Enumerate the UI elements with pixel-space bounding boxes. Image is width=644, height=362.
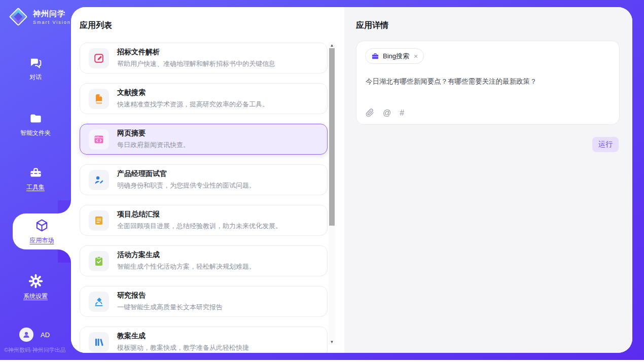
app-name: 网页摘要 xyxy=(117,129,190,138)
copyright-footer: ©神州数码·神州问学出品 xyxy=(4,346,66,354)
folder-icon xyxy=(29,112,43,125)
app-card-research-report[interactable]: 研究报告 一键智能生成高质量长文本研究报告 xyxy=(80,286,328,317)
sidebar-item-label: 系统设置 xyxy=(23,292,48,301)
app-name: 教案生成 xyxy=(117,332,249,341)
app-card-list: 招标文件解析 帮助用户快速、准确地理解和解析招标书中的关键信息 xyxy=(80,43,328,353)
briefcase-icon xyxy=(371,52,379,60)
app-description: 快速精准查找学术资源，提高研究效率的必备工具。 xyxy=(117,100,269,109)
interviewer-icon xyxy=(93,174,104,186)
app-list-scrollbar[interactable]: ▲ ▼ xyxy=(329,42,335,345)
sidebar-item-label: 工具集 xyxy=(26,183,45,192)
app-card-web-summary[interactable]: 网页摘要 每日政府新闻资讯快查。 xyxy=(80,124,328,155)
sidebar-item-label: 应用市场 xyxy=(30,236,54,245)
sidebar-item-smart-folders[interactable]: 智能文件夹 xyxy=(0,112,71,137)
app-card-bid-parsing[interactable]: 招标文件解析 帮助用户快速、准确地理解和解析招标书中的关键信息 xyxy=(80,43,328,74)
app-description: 智能生成个性化活动方案，轻松解决规划难题。 xyxy=(117,262,256,271)
active-bubble-fillet-top xyxy=(58,200,71,213)
app-detail-title: 应用详情 xyxy=(356,20,388,31)
app-description: 一键智能生成高质量长文本研究报告 xyxy=(117,303,223,312)
toolbox-icon xyxy=(29,166,43,179)
app-description: 帮助用户快速、准确地理解和解析招标书中的关键信息 xyxy=(117,59,275,68)
prompt-card: Bing搜索 × 今日湖北有哪些新闻要点？有哪些需要关注的最新政策？ @ # xyxy=(356,41,620,125)
memo-icon xyxy=(93,215,104,226)
app-name: 招标文件解析 xyxy=(117,48,275,57)
app-name: 产品经理面试官 xyxy=(117,169,256,178)
user-avatar-icon xyxy=(22,330,31,339)
query-input[interactable]: 今日湖北有哪些新闻要点？有哪些需要关注的最新政策？ xyxy=(366,77,609,87)
user-initials: AD xyxy=(41,331,50,339)
sidebar-item-toolset[interactable]: 工具集 xyxy=(0,166,71,192)
cube-icon xyxy=(34,218,49,233)
app-description: 全面回顾项目进展，总结经验教训，助力未来优化发展。 xyxy=(117,222,282,231)
chat-icon xyxy=(29,56,43,69)
app-window: 神州问学 Smart Vision 对话 智能文件夹 xyxy=(0,0,644,362)
app-name: 研究报告 xyxy=(117,291,223,300)
app-description: 明确身份和职责，为您提供专业性的面试问题。 xyxy=(117,181,256,190)
sidebar-item-label: 对话 xyxy=(29,73,42,82)
app-list-panel: 应用列表 招标文件解析 帮助用户快速、准确地理解和解析招标书中的关键信息 xyxy=(71,7,344,353)
sidebar-item-label: 智能文件夹 xyxy=(20,129,51,137)
active-bubble-fillet-bottom xyxy=(58,249,71,263)
app-description: 每日政府新闻资讯快查。 xyxy=(117,140,190,150)
at-icon[interactable]: @ xyxy=(383,109,391,117)
run-button[interactable]: 运行 xyxy=(592,137,619,152)
bottom-edge xyxy=(0,360,644,362)
content-sheet: 应用列表 招标文件解析 帮助用户快速、准确地理解和解析招标书中的关键信息 xyxy=(71,7,632,353)
scrollbar-up-arrow[interactable]: ▲ xyxy=(329,42,335,48)
sidebar-item-app-market[interactable]: 应用市场 xyxy=(13,218,71,245)
app-card-project-summary[interactable]: 项目总结汇报 全面回顾项目进展，总结经验教训，助力未来优化发展。 xyxy=(80,205,328,236)
scrollbar-thumb[interactable] xyxy=(329,48,335,226)
brand-logo: 神州问学 Smart Vision xyxy=(8,7,71,27)
microscope-icon xyxy=(93,296,104,307)
brand-name: 神州问学 xyxy=(33,9,71,19)
input-toolbar: @ # xyxy=(366,108,404,117)
sidebar-item-settings[interactable]: 系统设置 xyxy=(0,274,71,301)
app-description: 模板驱动，教案快成，教学准备从此轻松快捷 xyxy=(117,343,249,352)
app-card-pm-interviewer[interactable]: 产品经理面试官 明确身份和职责，为您提供专业性的面试问题。 xyxy=(80,164,328,195)
app-name: 活动方案生成 xyxy=(117,250,256,260)
app-name: 项目总结汇报 xyxy=(117,210,282,219)
edit-square-icon xyxy=(93,53,104,64)
app-card-literature-search[interactable]: 文献搜索 快速精准查找学术资源，提高研究效率的必备工具。 xyxy=(80,83,328,114)
tool-tag-close-icon[interactable]: × xyxy=(414,52,418,60)
app-list-title: 应用列表 xyxy=(80,20,112,31)
sidebar: 神州问学 Smart Vision 对话 智能文件夹 xyxy=(0,0,71,360)
brand-diamond-icon xyxy=(8,7,28,27)
scrollbar-down-arrow[interactable]: ▼ xyxy=(329,339,335,345)
app-card-lesson-plan[interactable]: 教案生成 模板驱动，教案快成，教学准备从此轻松快捷 xyxy=(80,327,328,353)
hash-icon[interactable]: # xyxy=(400,109,404,117)
app-detail-panel: 应用详情 Bing搜索 × 今日湖北有哪些新闻要点？有哪些需要关注的最新政策？ xyxy=(344,7,632,353)
books-icon xyxy=(93,337,104,348)
user-account[interactable]: AD xyxy=(19,328,50,342)
clipboard-check-icon xyxy=(93,256,104,267)
tool-tag-bing-search[interactable]: Bing搜索 × xyxy=(365,48,424,64)
gear-icon xyxy=(28,274,43,288)
app-name: 文献搜索 xyxy=(117,88,269,97)
brand-subtitle: Smart Vision xyxy=(33,20,71,25)
app-card-activity-plan[interactable]: 活动方案生成 智能生成个性化活动方案，轻松解决规划难题。 xyxy=(80,245,328,276)
avatar xyxy=(19,328,33,342)
paperclip-icon[interactable] xyxy=(366,108,374,117)
sidebar-item-chat[interactable]: 对话 xyxy=(0,56,71,82)
book-icon xyxy=(93,93,104,104)
tool-tag-label: Bing搜索 xyxy=(383,52,409,61)
browser-code-icon xyxy=(93,134,104,145)
